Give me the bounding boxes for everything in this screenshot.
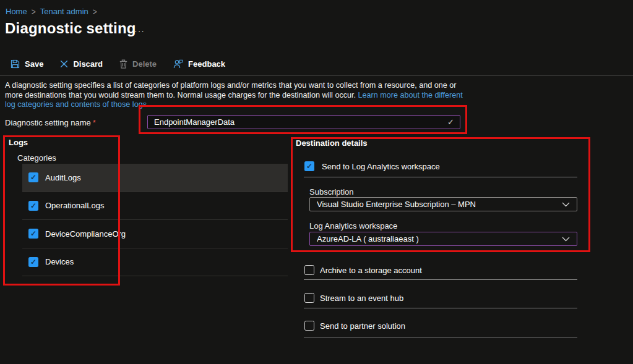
chevron-down-icon <box>562 202 570 207</box>
feedback-label: Feedback <box>188 59 225 69</box>
operationallogs-label: OperationalLogs <box>45 201 104 210</box>
diagnostic-setting-name-input[interactable] <box>147 115 460 129</box>
log-analytics-workspace-label: Log Analytics workspace <box>309 221 397 231</box>
category-row-devices[interactable]: Devices <box>22 248 288 277</box>
stream-event-hub-row[interactable]: Stream to an event hub <box>304 293 403 303</box>
archive-storage-row[interactable]: Archive to a storage account <box>304 265 422 275</box>
categories-group-label: Categories <box>17 153 56 163</box>
category-row-operationallogs[interactable]: OperationalLogs <box>22 192 288 221</box>
stream-event-hub-checkbox[interactable] <box>304 293 314 303</box>
breadcrumb-separator-icon: > <box>32 6 36 17</box>
category-row-auditlogs[interactable]: AuditLogs <box>22 164 288 192</box>
send-to-log-analytics-checkbox[interactable] <box>304 161 314 171</box>
log-category-list: AuditLogs OperationalLogs DeviceComplian… <box>22 164 288 276</box>
breadcrumb-separator-icon: > <box>93 6 97 17</box>
breadcrumb-tenant-admin[interactable]: Tenant admin <box>40 7 88 16</box>
more-options-icon[interactable]: ··· <box>134 26 145 36</box>
archive-storage-checkbox[interactable] <box>304 265 314 275</box>
category-row-devicecomplianceorg[interactable]: DeviceComplianceOrg <box>22 220 288 248</box>
stream-event-hub-label: Stream to an event hub <box>320 294 403 303</box>
log-analytics-workspace-dropdown[interactable]: AzureAD-LA ( australiaeast ) <box>309 232 577 246</box>
auditlogs-label: AuditLogs <box>45 173 81 182</box>
delete-button[interactable]: Delete <box>119 59 157 69</box>
send-to-log-analytics-label: Send to Log Analytics workspace <box>322 162 440 171</box>
divider <box>304 337 577 337</box>
chevron-down-icon <box>562 237 570 242</box>
toolbar-divider <box>0 75 633 76</box>
save-icon <box>11 59 20 69</box>
subscription-label: Subscription <box>309 187 354 197</box>
destination-details-title: Destination details <box>296 138 368 148</box>
send-partner-solution-checkbox[interactable] <box>304 321 314 331</box>
subscription-selected-value: Visual Studio Enterprise Subscription – … <box>317 200 476 209</box>
command-bar: Save Discard Delete Feedba <box>11 57 225 70</box>
archive-storage-label: Archive to a storage account <box>320 266 422 275</box>
divider <box>304 279 577 280</box>
logs-section-title: Logs <box>9 138 28 147</box>
subscription-dropdown[interactable]: Visual Studio Enterprise Subscription – … <box>309 197 577 211</box>
feedback-button[interactable]: Feedback <box>173 59 225 69</box>
send-partner-solution-label: Send to partner solution <box>320 321 405 331</box>
discard-button[interactable]: Discard <box>60 59 103 69</box>
diagnostic-setting-name-label: Diagnostic setting name* <box>5 118 96 127</box>
auditlogs-checkbox[interactable] <box>28 172 38 182</box>
discard-x-icon <box>60 60 68 68</box>
operationallogs-checkbox[interactable] <box>28 201 38 211</box>
divider <box>304 177 577 177</box>
page-description: A diagnostic setting specifies a list of… <box>5 81 466 110</box>
feedback-person-icon <box>173 59 183 69</box>
save-button[interactable]: Save <box>11 59 43 69</box>
required-asterisk: * <box>93 118 96 127</box>
trash-icon <box>119 59 127 69</box>
discard-label: Discard <box>73 59 103 69</box>
devices-checkbox[interactable] <box>28 257 38 267</box>
devicecomplianceorg-checkbox[interactable] <box>28 229 38 239</box>
workspace-selected-value: AzureAD-LA ( australiaeast ) <box>317 234 419 243</box>
save-label: Save <box>25 59 43 69</box>
send-to-log-analytics-row[interactable]: Send to Log Analytics workspace <box>304 161 440 171</box>
name-label-text: Diagnostic setting name <box>5 118 91 127</box>
send-partner-solution-row[interactable]: Send to partner solution <box>304 321 405 331</box>
devicecomplianceorg-label: DeviceComplianceOrg <box>45 229 126 239</box>
breadcrumb-home[interactable]: Home <box>6 7 27 16</box>
divider <box>304 308 577 308</box>
devices-label: Devices <box>45 257 74 266</box>
page-title: Diagnostic setting <box>5 20 136 37</box>
delete-label: Delete <box>132 59 157 69</box>
breadcrumb: Home > Tenant admin > <box>6 7 97 16</box>
